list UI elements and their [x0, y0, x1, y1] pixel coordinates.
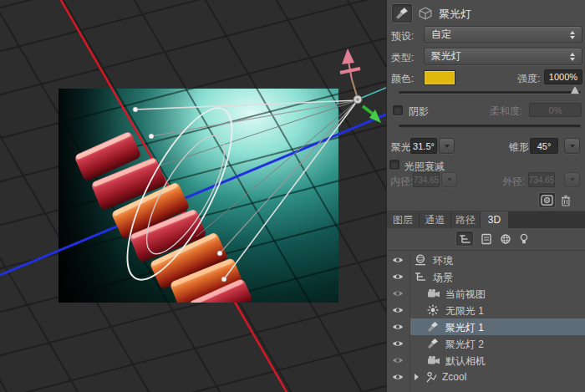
tree-row-zcool[interactable]: Zcool	[387, 369, 585, 385]
falloff-checkbox[interactable]	[389, 160, 399, 170]
chevron-updown-icon	[570, 53, 575, 61]
type-dropdown[interactable]: 聚光灯	[424, 48, 582, 65]
light-bulb-icon	[519, 233, 529, 245]
eye-icon[interactable]	[392, 272, 404, 281]
outer-radius-label: 外径:	[502, 176, 525, 187]
filter-whole-scene-button[interactable]	[455, 231, 474, 247]
right-panel: 聚光灯 预设: 自定 类型: 聚光灯 颜色: 强度: 1000% 阴影 柔和度:…	[386, 0, 585, 392]
spotlight-icon	[427, 321, 439, 333]
hotspot-stepper[interactable]	[439, 138, 455, 154]
panel-tab-bar: 图层 通道 路径 3D	[387, 211, 585, 228]
tree-row-spotlight-2[interactable]: 聚光灯 2	[387, 335, 585, 352]
tree-row-infinite-light-1[interactable]: 无限光 1	[387, 302, 585, 318]
tab-3d[interactable]: 3D	[481, 211, 508, 228]
materials-sphere-icon	[500, 233, 511, 245]
outer-radius-stepper	[564, 172, 580, 187]
tab-layers[interactable]: 图层	[387, 211, 419, 228]
inner-radius-field: 734.65	[413, 172, 440, 187]
scene-icon	[415, 272, 426, 282]
move-light-to-view-button[interactable]	[538, 192, 556, 208]
scene-tree-icon	[459, 234, 471, 244]
cone-label: 锥形:	[509, 141, 532, 153]
tab-paths[interactable]: 路径	[451, 211, 480, 228]
softness-label: 柔和度:	[490, 105, 522, 117]
cone-stepper[interactable]	[564, 138, 580, 154]
preset-label: 预设:	[391, 30, 414, 42]
meshes-icon	[481, 233, 492, 245]
color-label: 颜色:	[391, 73, 414, 84]
filter-materials-button[interactable]	[499, 232, 512, 246]
filter-meshes-button[interactable]	[480, 232, 493, 246]
outer-radius-field: 734.65	[528, 172, 555, 187]
preset-value: 自定	[431, 28, 451, 42]
mesh-icon	[425, 371, 437, 383]
environment-icon	[415, 254, 426, 266]
eye-icon[interactable]	[392, 256, 404, 264]
intensity-field[interactable]: 1000%	[544, 69, 582, 84]
hotspot-field[interactable]: 31.5°	[410, 138, 437, 154]
eye-icon[interactable]	[392, 356, 404, 364]
expand-triangle-icon[interactable]	[415, 374, 419, 380]
softness-slider	[399, 125, 581, 128]
delete-button[interactable]	[559, 193, 572, 207]
inner-radius-stepper	[441, 172, 457, 187]
spotlight-icon	[395, 7, 409, 20]
tree-row-scene[interactable]: 场景	[387, 268, 585, 285]
light-color-swatch[interactable]	[424, 70, 455, 85]
eye-icon[interactable]	[392, 323, 404, 331]
3d-viewport[interactable]	[0, 0, 386, 392]
softness-field: 0%	[529, 103, 582, 117]
shadow-label: 阴影	[409, 105, 429, 117]
cone-field[interactable]: 45°	[530, 138, 558, 154]
move-to-view-icon	[541, 195, 553, 206]
chevron-updown-icon	[570, 31, 575, 39]
inner-radius-label: 内径:	[390, 176, 413, 187]
trash-icon	[561, 195, 571, 206]
eye-icon[interactable]	[392, 306, 404, 314]
type-label: 类型:	[391, 52, 414, 64]
eye-icon[interactable]	[392, 373, 404, 381]
tree-row-spotlight-1[interactable]: 聚光灯 1	[387, 318, 585, 335]
intensity-slider[interactable]	[399, 91, 581, 94]
panel-title: 聚光灯	[439, 7, 471, 22]
filter-lights-button[interactable]	[518, 232, 530, 246]
camera-icon	[427, 355, 440, 365]
tree-row-environment[interactable]: 环境	[387, 252, 585, 268]
camera-icon	[427, 288, 440, 298]
shadow-checkbox[interactable]	[393, 105, 403, 115]
tab-channels[interactable]: 通道	[420, 211, 450, 228]
eye-icon[interactable]	[392, 339, 404, 348]
type-value: 聚光灯	[431, 49, 461, 64]
intensity-label: 强度:	[517, 73, 540, 84]
tree-row-current-view[interactable]: 当前视图	[387, 285, 585, 302]
eye-icon[interactable]	[392, 289, 404, 298]
intensity-slider-handle[interactable]	[571, 86, 579, 94]
spotlight-icon	[427, 338, 439, 349]
tree-row-default-camera[interactable]: 默认相机	[387, 352, 585, 369]
sun-icon	[427, 304, 439, 316]
light-tool-button[interactable]	[391, 3, 413, 23]
cube-icon	[419, 7, 432, 20]
preset-dropdown[interactable]: 自定	[424, 26, 582, 43]
falloff-label: 光照衰减	[404, 160, 445, 172]
